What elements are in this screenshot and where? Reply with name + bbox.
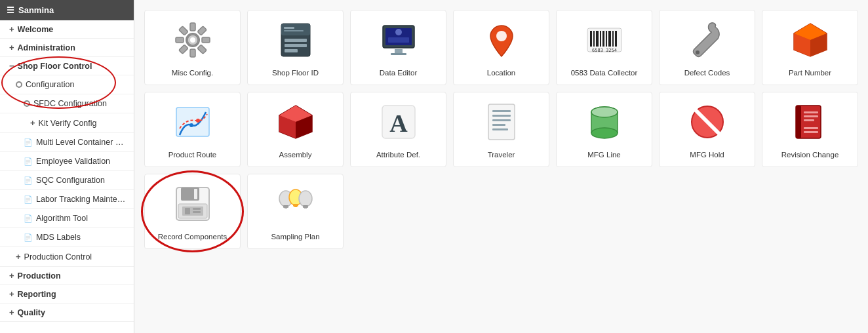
sidebar-item-multi-level-container[interactable]: 📄Multi Level Container Co... (0, 133, 134, 152)
svg-rect-14 (285, 44, 307, 47)
plus-icon: + (9, 307, 14, 317)
brand-label: Sanmina (18, 5, 54, 15)
svg-point-36 (696, 50, 700, 54)
svg-rect-34 (615, 31, 617, 47)
sidebar-item-employee-validation[interactable]: 📄Employee Validation (0, 152, 134, 171)
icon-item-location[interactable]: Location (453, 10, 549, 85)
svg-rect-28 (596, 31, 599, 47)
svg-rect-13 (285, 39, 307, 42)
svg-rect-52 (492, 115, 511, 117)
svg-rect-68 (804, 119, 814, 121)
icon-label-part-number: Part Number (789, 68, 831, 78)
icon-label-mfg-line: MFG Line (587, 150, 621, 160)
svg-rect-27 (593, 31, 595, 47)
plus-icon: + (16, 252, 21, 262)
icon-item-product-route[interactable]: Product Route (144, 92, 241, 167)
icon-item-record-components[interactable]: Record Components (144, 174, 241, 249)
icon-item-data-collector[interactable]: 6583 3254 0583 Data Collector (556, 10, 652, 85)
sidebar-label: Kit Verify Config (39, 119, 97, 128)
sidebar-label: Production (18, 271, 61, 281)
sidebar-item-kit-verify-config[interactable]: +Kit Verify Config (0, 113, 134, 133)
svg-point-24 (496, 31, 507, 41)
svg-point-43 (196, 119, 200, 123)
icon-label-misc-config: Misc Config. (172, 68, 213, 78)
sidebar-item-production[interactable]: +Production (0, 267, 134, 285)
icon-letter-a: A (376, 99, 422, 145)
sidebar: ☰ Sanmina +Welcome+Administration−Shop F… (0, 0, 134, 333)
icon-cylinder-green (582, 99, 627, 145)
icon-item-sampling-plan[interactable]: Sampling Plan (247, 174, 344, 249)
icon-item-mfg-line[interactable]: MFG Line (556, 92, 652, 167)
sidebar-item-administration[interactable]: +Administration (0, 39, 134, 57)
icon-barcode: 6583 3254 (582, 17, 627, 63)
icon-item-assembly[interactable]: Assembly (247, 92, 344, 167)
svg-rect-2 (197, 26, 207, 35)
sidebar-item-labor-tracking[interactable]: 📄Labor Tracking Maintena... (0, 190, 134, 209)
doc-icon: 📄 (24, 157, 33, 166)
sidebar-item-welcome[interactable]: +Welcome (0, 20, 134, 39)
main-content: Misc Config. Shop Floor ID Data Editor L… (134, 0, 868, 333)
svg-point-85 (299, 191, 312, 206)
icon-label-mfg-hold: MFG Hold (690, 150, 724, 160)
minus-icon: − (9, 61, 14, 71)
svg-text:6583 3254: 6583 3254 (592, 48, 617, 53)
icon-item-mfg-hold[interactable]: MFG Hold (659, 92, 755, 167)
sidebar-item-quality[interactable]: +Quality (0, 304, 134, 322)
plus-icon: + (9, 271, 14, 281)
svg-rect-4 (197, 45, 207, 54)
icon-book-red (787, 99, 833, 145)
icon-document-lines (479, 99, 524, 145)
sidebar-nav: +Welcome+Administration−Shop Floor Contr… (0, 20, 134, 322)
sidebar-item-shop-floor-control[interactable]: −Shop Floor Control (0, 57, 134, 75)
icon-item-traveler[interactable]: Traveler (453, 92, 549, 167)
sidebar-item-production-control[interactable]: +Production Control (0, 247, 134, 267)
svg-rect-66 (804, 111, 818, 113)
icon-label-product-route: Product Route (168, 150, 217, 160)
icon-label-sampling-plan: Sampling Plan (271, 232, 319, 242)
sidebar-item-reporting[interactable]: +Reporting (0, 285, 134, 304)
icon-label-revision-change: Revision Change (781, 150, 839, 160)
plus-icon: + (30, 118, 35, 128)
svg-point-42 (189, 123, 193, 127)
icon-item-defect-codes[interactable]: Defect Codes (659, 10, 755, 85)
svg-rect-1 (190, 23, 195, 31)
svg-rect-15 (285, 49, 298, 52)
brand-header[interactable]: ☰ Sanmina (0, 0, 134, 20)
sidebar-label: Administration (18, 43, 75, 52)
sidebar-label: SFDC Configuration (33, 99, 107, 108)
sidebar-item-configuration[interactable]: Configuration (0, 75, 134, 94)
svg-rect-31 (606, 31, 607, 47)
circle-indicator (16, 81, 22, 88)
icon-label-shop-floor-id: Shop Floor ID (272, 68, 319, 78)
icon-floppy-disk (170, 181, 216, 227)
circle-indicator (24, 100, 30, 107)
icon-item-data-editor[interactable]: Data Editor (350, 10, 446, 85)
plus-icon: + (9, 24, 14, 34)
svg-point-58 (591, 128, 618, 138)
icon-label-data-collector: 0583 Data Collector (571, 68, 638, 78)
svg-rect-53 (492, 119, 511, 121)
sidebar-label: Reporting (18, 290, 56, 299)
icon-map (170, 99, 216, 145)
icon-label-record-components: Record Components (158, 232, 227, 242)
svg-rect-67 (804, 115, 818, 117)
icon-item-shop-floor-id[interactable]: Shop Floor ID (247, 10, 344, 85)
doc-icon: 📄 (24, 214, 33, 223)
sidebar-item-sqc-configuration[interactable]: 📄SQC Configuration (0, 171, 134, 190)
svg-point-59 (591, 107, 618, 117)
icon-item-attribute-def[interactable]: A Attribute Def. (350, 92, 446, 167)
svg-rect-12 (281, 24, 310, 35)
icon-box-3d (273, 99, 319, 145)
svg-rect-33 (612, 31, 614, 47)
icon-item-revision-change[interactable]: Revision Change (762, 92, 858, 167)
sidebar-item-mds-labels[interactable]: 📄MDS Labels (0, 228, 134, 247)
sidebar-item-algorithm-tool[interactable]: 📄Algorithm Tool (0, 209, 134, 228)
icon-cube (787, 17, 833, 63)
svg-rect-20 (395, 49, 403, 53)
icon-monitor (376, 17, 422, 63)
svg-rect-50 (488, 104, 515, 140)
sidebar-item-sfdc-configuration[interactable]: SFDC Configuration (0, 94, 134, 113)
svg-rect-70 (804, 131, 818, 133)
icon-item-misc-config[interactable]: Misc Config. (144, 10, 241, 85)
icon-item-part-number[interactable]: Part Number (762, 10, 858, 85)
